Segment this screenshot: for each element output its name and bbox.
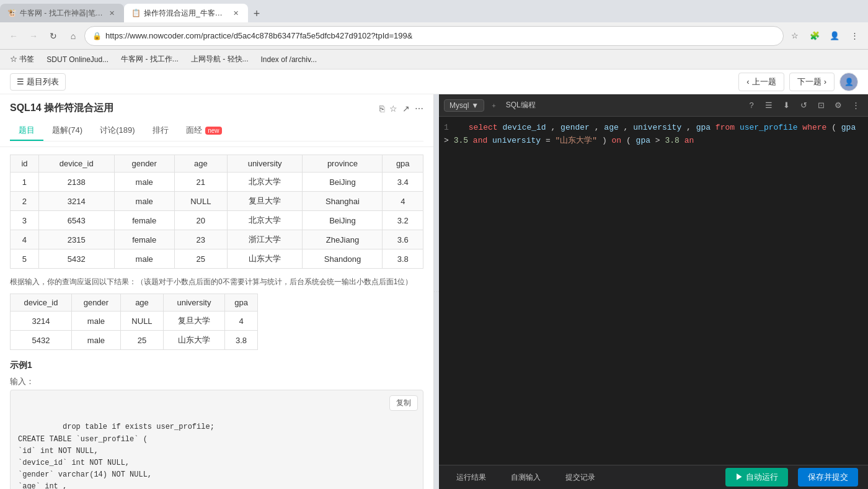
tab-2[interactable]: 📋 操作符混合运用_牛客题霸_牛客网 ✕ xyxy=(124,4,248,22)
copy-button[interactable]: 复制 xyxy=(389,395,418,411)
profile-button[interactable]: 👤 xyxy=(826,27,843,45)
bookmark4-label: 上网导航 - 轻快... xyxy=(191,54,249,65)
editor-bottom-bar: 运行结果 自测输入 提交记录 ▶ 自动运行 保存并提交 xyxy=(439,465,868,489)
tab-bar: 🐮 牛客网 - 找工作神器|笔试题库|面试... ✕ 📋 操作符混合运用_牛客题… xyxy=(0,0,868,22)
input-label: 输入： xyxy=(10,376,423,387)
new-tab-button[interactable]: + xyxy=(248,5,265,22)
tab-problem[interactable]: 题目 xyxy=(10,121,43,141)
more-icon[interactable]: ⋯ xyxy=(415,104,423,114)
tab2-title: 操作符混合运用_牛客题霸_牛客网 xyxy=(144,8,227,19)
tab1-close[interactable]: ✕ xyxy=(107,8,117,18)
more-options-icon[interactable]: ⋮ xyxy=(848,98,863,113)
col-age: age xyxy=(174,155,227,173)
star-icon[interactable]: ☆ xyxy=(389,104,397,114)
tab2-close[interactable]: ✕ xyxy=(231,8,241,18)
result-note: 根据输入，你的查询应返回以下结果：（该题对于小数点后面的0不需要计算与统计，后台… xyxy=(10,276,423,287)
col-device-id: device_id xyxy=(38,155,114,173)
avatar-icon: 👤 xyxy=(844,78,854,86)
editor-toolbar: Mysql ▼ + SQL编程 ? ☰ ⬇ ↺ ⊡ ⚙ ⋮ xyxy=(439,94,868,117)
nav-bar: ← → ↻ ⌂ 🔒 https://www.nowcoder.com/pract… xyxy=(0,22,868,50)
refresh-icon[interactable]: ↺ xyxy=(796,98,811,113)
download-icon[interactable]: ⬇ xyxy=(779,98,794,113)
bookmark-star-button[interactable]: ☆ xyxy=(786,27,804,45)
settings-icon[interactable]: ⚙ xyxy=(831,98,846,113)
bookmark2-label: SDUT OnlineJud... xyxy=(46,55,108,64)
submit-record-tab[interactable]: 提交记录 xyxy=(558,470,603,485)
language-label: Mysql xyxy=(450,101,469,110)
res-col-gender: gender xyxy=(71,294,120,312)
home-button[interactable]: ⌂ xyxy=(64,27,82,45)
help-icon[interactable]: ? xyxy=(744,98,759,113)
tab-rank[interactable]: 排行 xyxy=(144,121,177,141)
table-row: 36543female20北京大学BeiJing3.2 xyxy=(11,211,423,230)
dropdown-icon: ▼ xyxy=(471,101,479,110)
new-badge: new xyxy=(205,127,221,135)
col-gpa: gpa xyxy=(383,155,423,173)
problem-list-icon: ☰ xyxy=(17,77,24,86)
next-problem-button[interactable]: 下一题 › xyxy=(789,73,835,91)
problem-content: id device_id gender age university provi… xyxy=(0,147,433,489)
share-icon[interactable]: ⎘ xyxy=(379,104,384,114)
self-test-tab[interactable]: 自测输入 xyxy=(503,470,548,485)
next-label: 下一题 xyxy=(797,76,822,87)
col-university: university xyxy=(227,155,303,173)
bookmark5-label: Index of /archiv... xyxy=(261,55,317,64)
code-editor-area[interactable]: 1 select device_id , gender , age , univ… xyxy=(439,117,868,465)
col-province: province xyxy=(303,155,383,173)
res-col-age: age xyxy=(120,294,163,312)
editor-toolbar-right: ? ☰ ⬇ ↺ ⊡ ⚙ ⋮ xyxy=(744,98,863,113)
extensions-button[interactable]: 🧩 xyxy=(806,27,823,45)
tab-discuss[interactable]: 讨论(189) xyxy=(91,121,143,141)
bookmark-3[interactable]: 牛客网 - 找工作... xyxy=(116,53,184,66)
tab-solution[interactable]: 题解(74) xyxy=(43,121,91,141)
run-result-tab[interactable]: 运行结果 xyxy=(449,470,494,485)
table-row: 12138male21北京大学BeiJing3.4 xyxy=(11,173,423,192)
sql-prompt-label: SQL编程 xyxy=(506,100,536,110)
language-selector[interactable]: Mysql ▼ xyxy=(444,99,484,112)
nav-arrows: ‹ 上一题 下一题 › 👤 xyxy=(738,73,858,91)
tab1-favicon: 🐮 xyxy=(7,9,16,17)
problem-list-label: 题目列表 xyxy=(27,76,59,87)
url-bar[interactable]: 🔒 https://www.nowcoder.com/practice/d5ac… xyxy=(84,26,784,46)
tab-1[interactable]: 🐮 牛客网 - 找工作神器|笔试题库|面试... ✕ xyxy=(0,4,124,22)
col-id: id xyxy=(11,155,39,173)
save-submit-button[interactable]: 保存并提交 xyxy=(798,468,858,487)
list-icon[interactable]: ☰ xyxy=(761,98,776,113)
bookmark-4[interactable]: 上网导航 - 轻快... xyxy=(186,53,254,66)
tab2-favicon: 📋 xyxy=(131,9,140,17)
browser-chrome: 🐮 牛客网 - 找工作神器|笔试题库|面试... ✕ 📋 操作符混合运用_牛客题… xyxy=(0,0,868,489)
forward-button[interactable]: → xyxy=(25,27,42,45)
header-icons: ⎘ ☆ ↗ ⋯ xyxy=(379,104,423,114)
prev-icon: ‹ xyxy=(746,77,749,86)
reload-button[interactable]: ↻ xyxy=(45,27,62,45)
avatar-button[interactable]: 👤 xyxy=(839,73,858,91)
problem-list-button[interactable]: ☰ 题目列表 xyxy=(10,73,66,91)
tab1-title: 牛客网 - 找工作神器|笔试题库|面试... xyxy=(20,8,103,19)
res-col-university: university xyxy=(164,294,225,312)
main-area: SQL14 操作符混合运用 ⎘ ☆ ↗ ⋯ 题目 题解(74) xyxy=(0,94,868,489)
result-table-row: 5432male25山东大学3.8 xyxy=(11,331,258,350)
problem-header: SQL14 操作符混合运用 ⎘ ☆ ↗ ⋯ 题目 题解(74) xyxy=(0,94,433,147)
content-tabs: 题目 题解(74) 讨论(189) 排行 面经 new xyxy=(10,121,423,141)
nav-actions: ☆ 🧩 👤 ⋮ xyxy=(786,27,863,45)
bookmark-2[interactable]: SDUT OnlineJud... xyxy=(42,54,113,65)
bookmark1-label: ☆ 书签 xyxy=(10,54,34,65)
prev-label: 上一题 xyxy=(752,76,776,87)
tab-interview[interactable]: 面经 new xyxy=(177,121,231,141)
resize-handle[interactable]: ⋮ xyxy=(434,94,439,489)
external-icon[interactable]: ↗ xyxy=(402,104,410,114)
bookmark-5[interactable]: Index of /archiv... xyxy=(256,54,322,65)
left-panel: SQL14 操作符混合运用 ⎘ ☆ ↗ ⋯ 题目 题解(74) xyxy=(0,94,434,489)
code-editor-panel: Mysql ▼ + SQL编程 ? ☰ ⬇ ↺ ⊡ ⚙ ⋮ 1 xyxy=(439,94,868,489)
res-col-device-id: device_id xyxy=(11,294,72,312)
next-icon: › xyxy=(824,77,826,86)
expand-icon[interactable]: ⊡ xyxy=(813,98,828,113)
settings-button[interactable]: ⋮ xyxy=(846,27,863,45)
bookmark-1[interactable]: ☆ 书签 xyxy=(5,53,39,66)
editor-line-1: 1 select device_id , gender , age , univ… xyxy=(444,122,863,148)
auto-run-button[interactable]: ▶ 自动运行 xyxy=(725,468,788,487)
code-content: drop table if exists user_profile; CREAT… xyxy=(18,423,360,489)
res-col-gpa: gpa xyxy=(224,294,257,312)
back-button[interactable]: ← xyxy=(5,27,22,45)
prev-problem-button[interactable]: ‹ 上一题 xyxy=(738,73,784,91)
